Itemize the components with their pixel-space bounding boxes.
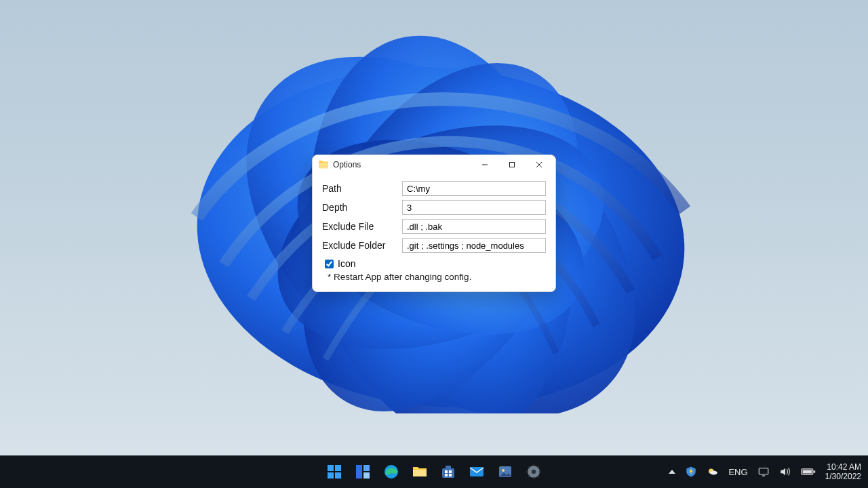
network-icon[interactable] [757,466,770,477]
svg-line-35 [538,476,539,477]
svg-rect-10 [328,465,334,471]
svg-line-37 [538,466,539,468]
svg-point-29 [532,470,536,474]
svg-rect-15 [363,465,370,471]
svg-rect-21 [445,470,448,473]
minimize-button[interactable] [471,157,498,173]
exclude-file-label: Exclude File [322,221,402,232]
svg-line-36 [528,476,530,477]
svg-rect-23 [445,474,448,476]
photos-icon[interactable] [496,462,515,481]
volume-icon[interactable] [779,466,791,477]
folder-icon [318,159,329,170]
system-tray: ENG 10:42 AM 1/30/2022 [669,462,861,482]
svg-point-40 [711,471,718,475]
svg-rect-7 [510,163,515,167]
svg-rect-38 [691,473,692,474]
exclude-folder-label: Exclude Folder [322,240,402,251]
security-warning-icon[interactable] [685,466,697,478]
edge-icon[interactable] [382,462,401,481]
clock-date: 1/30/2022 [825,472,861,481]
taskbar: ENG 10:42 AM 1/30/2022 [0,455,868,488]
svg-rect-14 [356,465,362,479]
language-indicator[interactable]: ENG [728,467,747,477]
depth-input[interactable] [402,200,546,215]
svg-rect-41 [759,468,768,474]
close-button[interactable] [526,157,553,173]
icon-checkbox[interactable] [325,260,334,268]
svg-point-27 [502,469,505,472]
titlebar[interactable]: Options [313,155,555,174]
exclude-folder-input[interactable] [402,238,546,253]
taskbar-center [325,462,543,481]
svg-rect-24 [449,474,452,476]
depth-label: Depth [322,202,402,213]
svg-line-34 [528,466,530,468]
store-icon[interactable] [439,462,458,481]
path-input[interactable] [402,181,546,196]
mail-icon[interactable] [467,462,486,481]
svg-rect-16 [363,472,370,479]
start-icon[interactable] [325,462,344,481]
svg-rect-44 [813,470,815,472]
maximize-button[interactable] [498,157,526,173]
path-label: Path [322,183,402,194]
svg-rect-25 [470,467,484,476]
widgets-icon[interactable] [353,462,372,481]
clock[interactable]: 10:42 AM 1/30/2022 [825,462,861,482]
svg-rect-22 [449,470,452,473]
restart-note: * Restart App after changing config. [322,272,546,282]
svg-rect-45 [802,470,812,473]
settings-icon[interactable] [524,462,543,481]
svg-rect-18 [413,470,427,476]
window-title: Options [333,160,361,169]
battery-icon[interactable] [801,467,816,476]
icon-checkbox-label[interactable]: Icon [338,258,355,269]
exclude-file-input[interactable] [402,219,546,234]
svg-rect-13 [335,472,341,479]
explorer-icon[interactable] [410,462,429,481]
options-dialog: Options Path Depth Exclude File Exclude … [312,155,556,292]
svg-rect-20 [446,466,451,469]
overflow-chevron-icon[interactable] [669,470,675,474]
clock-time: 10:42 AM [825,462,861,472]
svg-rect-11 [335,465,341,471]
svg-rect-19 [442,468,454,478]
weather-icon[interactable] [707,466,719,478]
svg-rect-12 [328,472,334,479]
